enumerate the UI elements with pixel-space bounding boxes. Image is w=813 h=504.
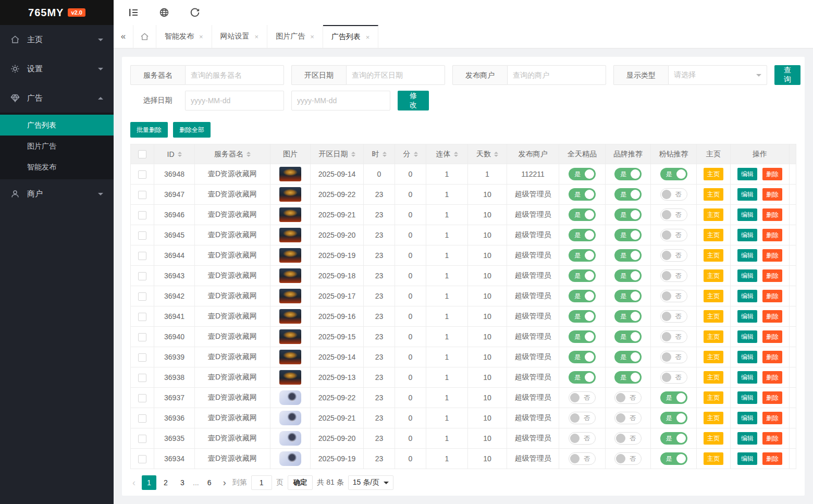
toggle-pink-diamond[interactable]: 是	[660, 391, 687, 404]
toggle-brand-recommend[interactable]: 是	[614, 249, 642, 262]
delete-button[interactable]: 删除	[762, 188, 782, 201]
delete-button[interactable]: 删除	[762, 168, 782, 180]
homepage-button[interactable]: 主页	[704, 330, 723, 343]
homepage-button[interactable]: 主页	[704, 269, 723, 282]
row-checkbox[interactable]	[138, 191, 146, 199]
row-thumbnail[interactable]	[279, 289, 301, 303]
pagination-prev-icon[interactable]: ‹	[130, 475, 138, 490]
pagination-page[interactable]: 6	[202, 475, 217, 490]
tabs-scroll-left-icon[interactable]: «	[114, 25, 133, 48]
delete-button[interactable]: 删除	[762, 371, 782, 384]
edit-button[interactable]: 编辑	[737, 351, 757, 363]
edit-button[interactable]: 编辑	[737, 452, 757, 465]
edit-button[interactable]: 编辑	[737, 412, 757, 424]
homepage-button[interactable]: 主页	[704, 229, 723, 241]
toggle-all-day-premium[interactable]: 是	[569, 208, 596, 221]
row-thumbnail[interactable]	[279, 370, 301, 385]
select-all-checkbox[interactable]	[138, 150, 146, 158]
row-checkbox[interactable]	[138, 394, 146, 402]
delete-button[interactable]: 删除	[762, 229, 782, 241]
row-checkbox[interactable]	[138, 170, 146, 179]
toggle-brand-recommend[interactable]: 是	[614, 269, 642, 282]
homepage-button[interactable]: 主页	[704, 188, 723, 201]
tab-image-ads[interactable]: 图片广告 ×	[267, 25, 323, 48]
tab-ad-list[interactable]: 广告列表 ×	[323, 25, 379, 48]
column-header[interactable]: 开区日期	[311, 144, 364, 164]
toggle-all-day-premium[interactable]: 是	[569, 249, 596, 262]
toggle-brand-recommend[interactable]: 是	[614, 208, 642, 221]
edit-button[interactable]: 编辑	[737, 249, 757, 262]
homepage-button[interactable]: 主页	[704, 371, 723, 384]
edit-button[interactable]: 编辑	[737, 188, 757, 201]
toggle-all-day-premium[interactable]: 否	[569, 432, 596, 445]
sidebar-item-ads[interactable]: 广告	[0, 83, 114, 113]
toggle-pink-diamond[interactable]: 否	[660, 371, 687, 384]
sort-icon[interactable]	[494, 152, 498, 157]
row-checkbox[interactable]	[138, 414, 146, 423]
edit-button[interactable]: 编辑	[737, 290, 757, 302]
delete-button[interactable]: 删除	[762, 351, 782, 363]
toggle-pink-diamond[interactable]: 否	[660, 229, 687, 241]
page-size-select[interactable]: 15 条/页	[348, 475, 393, 490]
toggle-brand-recommend[interactable]: 否	[614, 432, 642, 445]
toggle-all-day-premium[interactable]: 是	[569, 229, 596, 241]
sort-icon[interactable]	[414, 152, 418, 157]
toggle-all-day-premium[interactable]: 是	[569, 188, 596, 201]
sort-icon[interactable]	[454, 152, 458, 157]
pagination-page[interactable]: 1	[142, 475, 156, 490]
sidebar-item-home[interactable]: 主页	[0, 25, 114, 54]
toggle-pink-diamond[interactable]: 否	[660, 290, 687, 302]
toggle-pink-diamond[interactable]: 是	[660, 432, 687, 445]
row-thumbnail[interactable]	[279, 309, 301, 324]
pagination-page[interactable]: 3	[175, 475, 190, 490]
row-thumbnail[interactable]	[279, 268, 301, 283]
row-checkbox[interactable]	[138, 333, 146, 341]
column-header[interactable]: 服务器名	[195, 144, 270, 164]
toggle-brand-recommend[interactable]: 是	[614, 168, 642, 180]
delete-all-button[interactable]: 删除全部	[173, 122, 211, 138]
delete-button[interactable]: 删除	[762, 208, 782, 221]
row-thumbnail[interactable]	[279, 431, 301, 446]
row-thumbnail[interactable]	[279, 451, 301, 466]
merchant-input[interactable]	[507, 65, 606, 85]
close-icon[interactable]: ×	[255, 33, 259, 41]
delete-button[interactable]: 删除	[762, 310, 782, 323]
open-date-input[interactable]	[346, 65, 445, 85]
row-checkbox[interactable]	[138, 231, 146, 240]
row-thumbnail[interactable]	[279, 248, 301, 263]
delete-button[interactable]: 删除	[762, 290, 782, 302]
edit-button[interactable]: 编辑	[737, 310, 757, 323]
toggle-all-day-premium[interactable]: 是	[569, 290, 596, 302]
homepage-button[interactable]: 主页	[704, 290, 723, 302]
row-thumbnail[interactable]	[279, 167, 301, 181]
row-checkbox[interactable]	[138, 435, 146, 443]
toggle-pink-diamond[interactable]: 否	[660, 208, 687, 221]
toggle-brand-recommend[interactable]: 是	[614, 310, 642, 323]
toggle-all-day-premium[interactable]: 是	[569, 269, 596, 282]
toggle-pink-diamond[interactable]: 是	[660, 168, 687, 180]
homepage-button[interactable]: 主页	[704, 391, 723, 404]
homepage-button[interactable]: 主页	[704, 168, 723, 180]
sort-icon[interactable]	[351, 152, 355, 157]
toggle-pink-diamond[interactable]: 是	[660, 412, 687, 424]
row-checkbox[interactable]	[138, 455, 146, 463]
sidebar-item-ad-list[interactable]: 广告列表	[0, 115, 114, 136]
row-thumbnail[interactable]	[279, 187, 301, 202]
close-icon[interactable]: ×	[366, 33, 370, 41]
edit-button[interactable]: 编辑	[737, 208, 757, 221]
row-checkbox[interactable]	[138, 353, 146, 362]
sidebar-item-merchant[interactable]: 商户	[0, 179, 114, 208]
date-to-input[interactable]	[291, 91, 390, 110]
delete-button[interactable]: 删除	[762, 452, 782, 465]
toggle-pink-diamond[interactable]: 是	[660, 452, 687, 465]
edit-button[interactable]: 编辑	[737, 269, 757, 282]
column-header[interactable]: 天数	[468, 144, 507, 164]
column-header[interactable]: 连体	[426, 144, 468, 164]
row-thumbnail[interactable]	[279, 207, 301, 222]
delete-button[interactable]: 删除	[762, 391, 782, 404]
row-checkbox[interactable]	[138, 252, 146, 260]
toggle-all-day-premium[interactable]: 否	[569, 391, 596, 404]
toggle-brand-recommend[interactable]: 是	[614, 351, 642, 363]
pagination-page[interactable]: 2	[158, 475, 173, 490]
toggle-all-day-premium[interactable]: 否	[569, 412, 596, 424]
